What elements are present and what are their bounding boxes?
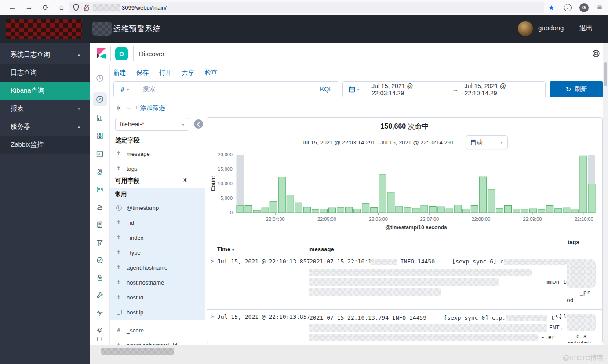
search-input[interactable]: 搜索 KQL bbox=[136, 81, 338, 97]
histogram-bar[interactable] bbox=[437, 207, 444, 213]
sidebar-item-reports[interactable]: 报表 ▼ bbox=[0, 100, 90, 118]
discover-app-badge[interactable]: D bbox=[115, 47, 128, 60]
time-column-header[interactable]: Time ▾ bbox=[217, 246, 234, 252]
forward-icon[interactable]: → bbox=[23, 1, 35, 14]
histogram-bar[interactable] bbox=[278, 177, 285, 213]
apm-cloud-icon[interactable] bbox=[93, 200, 107, 214]
histogram-bar[interactable] bbox=[488, 190, 495, 213]
url-bar[interactable]: 3099/webui/main/ bbox=[69, 2, 544, 13]
home-icon[interactable]: ⌂ bbox=[55, 1, 68, 14]
avatar[interactable] bbox=[518, 21, 533, 36]
open-button[interactable]: 打开 bbox=[159, 69, 171, 77]
message-column-header[interactable]: message bbox=[309, 246, 334, 252]
sidebar-item-servers[interactable]: 服务器 ▲ bbox=[0, 118, 90, 136]
sidebar-item-syslog-group[interactable]: 系统日志查询 ▲ bbox=[0, 46, 90, 64]
back-icon[interactable]: ← bbox=[6, 1, 18, 14]
histogram-bar[interactable] bbox=[270, 201, 277, 213]
histogram-bar[interactable] bbox=[454, 205, 461, 213]
histogram-bar[interactable] bbox=[320, 209, 327, 213]
histogram-bar[interactable] bbox=[555, 209, 562, 213]
index-pattern-select[interactable]: filebeat-* ▾ bbox=[115, 118, 189, 131]
histogram-chart[interactable]: 05,00010,00015,00020,00022:04:0022:05:00… bbox=[209, 152, 601, 232]
histogram-bar[interactable] bbox=[387, 192, 394, 213]
histogram-bar[interactable] bbox=[412, 208, 419, 213]
date-range-picker[interactable]: ▾ Jul 15, 2021 @ 22:03:14.29 → Jul 15, 2… bbox=[342, 81, 546, 97]
histogram-bar[interactable] bbox=[421, 205, 428, 213]
sidebar-item-log-query[interactable]: 日志查询 bbox=[0, 64, 90, 82]
logs-icon[interactable] bbox=[93, 218, 107, 232]
field-item-_type[interactable]: t_type bbox=[115, 245, 201, 260]
canvas-icon[interactable] bbox=[93, 147, 107, 161]
expand-row-icon[interactable]: > bbox=[211, 314, 214, 320]
saved-query-dropdown[interactable]: # ▾ bbox=[113, 81, 136, 97]
field-item-_index[interactable]: t_index bbox=[115, 230, 201, 245]
histogram-bar[interactable] bbox=[513, 209, 520, 213]
histogram-bar[interactable] bbox=[287, 195, 294, 213]
machine-learning-icon[interactable] bbox=[93, 183, 107, 197]
histogram-bar[interactable] bbox=[253, 210, 260, 213]
sidebar-item-zabbix[interactable]: Zabbix监控 bbox=[0, 136, 90, 154]
save-button[interactable]: 保存 bbox=[136, 69, 149, 77]
histogram-bar[interactable] bbox=[245, 205, 252, 213]
field-item-message[interactable]: tmessage bbox=[115, 146, 201, 161]
histogram-bar[interactable] bbox=[504, 205, 511, 213]
histogram-bar[interactable] bbox=[404, 208, 411, 213]
collapse-nav-icon[interactable] bbox=[93, 332, 107, 346]
filter-settings-gear-icon[interactable] bbox=[115, 105, 122, 112]
monitoring-heartbeat-icon[interactable] bbox=[93, 306, 107, 320]
histogram-bar[interactable] bbox=[337, 208, 344, 213]
histogram-bar[interactable] bbox=[538, 209, 545, 213]
field-item-tags[interactable]: ttags bbox=[115, 161, 201, 176]
calendar-button[interactable]: ▾ bbox=[343, 82, 365, 97]
sort-desc-icon[interactable]: ▾ bbox=[232, 247, 234, 252]
histogram-bar[interactable] bbox=[237, 206, 244, 213]
histogram-bar[interactable] bbox=[371, 207, 378, 213]
kql-label[interactable]: KQL bbox=[320, 86, 332, 93]
field-settings-gear-icon[interactable] bbox=[182, 177, 188, 183]
shield-icon[interactable] bbox=[73, 4, 79, 11]
security-lock-icon[interactable] bbox=[93, 270, 107, 285]
browser-menu-icon[interactable]: ≡ bbox=[593, 1, 606, 14]
histogram-bar[interactable] bbox=[471, 205, 478, 213]
metrics-icon[interactable] bbox=[93, 236, 107, 250]
new-button[interactable]: 新建 bbox=[113, 69, 126, 77]
histogram-bar[interactable] bbox=[262, 208, 269, 213]
date-to[interactable]: Jul 15, 2021 @ 22:10:14.29 bbox=[459, 83, 545, 97]
profile-icon[interactable]: G bbox=[578, 1, 590, 14]
zoom-in-icon[interactable] bbox=[556, 314, 562, 320]
pocket-icon[interactable]: ⌄ bbox=[561, 1, 574, 14]
histogram-bar[interactable] bbox=[346, 207, 353, 213]
field-item-_score[interactable]: #_score bbox=[115, 323, 201, 338]
histogram-bar[interactable] bbox=[496, 208, 503, 213]
tags-column-header[interactable]: tags bbox=[568, 239, 579, 245]
maps-icon[interactable] bbox=[93, 165, 107, 179]
histogram-bar[interactable] bbox=[563, 208, 570, 213]
histogram-bar[interactable] bbox=[429, 206, 436, 213]
date-from[interactable]: Jul 15, 2021 @ 22:03:14.29 bbox=[365, 83, 452, 97]
scrollbar[interactable] bbox=[603, 43, 608, 345]
refresh-button[interactable]: ↻ 刷新 bbox=[550, 81, 603, 97]
histogram-bar[interactable] bbox=[580, 156, 587, 213]
histogram-bar[interactable] bbox=[396, 206, 403, 213]
histogram-bar[interactable] bbox=[521, 209, 528, 213]
inspect-button[interactable]: 检查 bbox=[205, 69, 217, 77]
histogram-bar[interactable] bbox=[546, 205, 553, 213]
histogram-bar[interactable] bbox=[329, 208, 336, 213]
field-item-@timestamp[interactable]: @timestamp bbox=[115, 200, 201, 215]
bookmark-star-icon[interactable]: ★ bbox=[545, 1, 557, 14]
histogram-bar[interactable] bbox=[379, 174, 386, 213]
histogram-bar[interactable] bbox=[295, 203, 302, 213]
collapse-sidebar-button[interactable]: ❮ bbox=[194, 119, 203, 129]
sidebar-item-kibana-query[interactable]: Kibana查询 bbox=[0, 82, 90, 100]
field-item-host.ip[interactable]: host.ip bbox=[115, 305, 201, 320]
add-filter-link[interactable]: + 添加筛选 bbox=[135, 104, 165, 112]
kibana-logo-icon[interactable] bbox=[95, 47, 107, 60]
scrollbar-thumb[interactable] bbox=[604, 62, 607, 86]
visualize-icon[interactable] bbox=[93, 111, 107, 125]
histogram-bar[interactable] bbox=[479, 177, 486, 213]
discover-compass-icon[interactable] bbox=[93, 92, 107, 106]
field-item-agent.hostname[interactable]: tagent.hostname bbox=[115, 260, 201, 275]
field-item-host.id[interactable]: thost.id bbox=[115, 290, 201, 305]
histogram-bar[interactable] bbox=[588, 184, 595, 213]
histogram-bar[interactable] bbox=[572, 210, 579, 213]
